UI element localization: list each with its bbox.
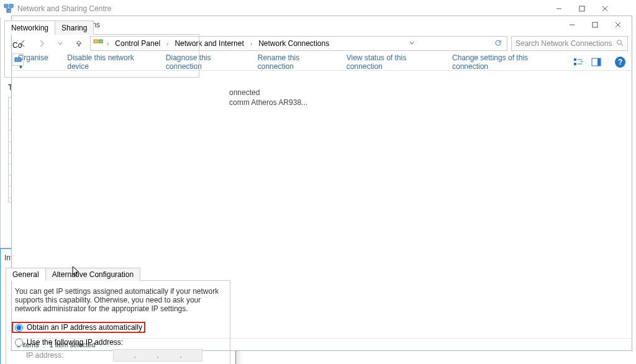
maximize-button[interactable] bbox=[570, 2, 593, 16]
ip-address-field: ... bbox=[113, 349, 202, 362]
connect-using-fragment: Co bbox=[12, 41, 22, 50]
preview-pane-button[interactable] bbox=[591, 57, 601, 68]
svg-rect-3 bbox=[579, 6, 584, 11]
svg-rect-11 bbox=[574, 63, 576, 65]
use-following-ip-option[interactable]: Use the following IP address: bbox=[15, 338, 221, 347]
view-options-button[interactable] bbox=[573, 57, 583, 68]
maximize-button[interactable] bbox=[583, 18, 606, 32]
svg-rect-16 bbox=[15, 58, 21, 61]
refresh-icon[interactable] bbox=[492, 39, 504, 48]
network-icon bbox=[4, 4, 14, 14]
svg-point-9 bbox=[617, 40, 622, 44]
svg-rect-1 bbox=[9, 4, 13, 7]
tab-general[interactable]: General bbox=[6, 268, 46, 281]
obtain-ip-auto-label: Obtain an IP address automatically bbox=[27, 323, 142, 332]
rename-connection-button[interactable]: Rename this connection bbox=[258, 53, 333, 71]
obtain-ip-auto-option[interactable]: Obtain an IP address automatically bbox=[12, 322, 145, 333]
change-settings-button[interactable]: Change settings of this connection bbox=[452, 53, 559, 71]
chevron-right-icon[interactable]: › bbox=[249, 40, 253, 47]
search-placeholder: Search Network Connections bbox=[516, 39, 612, 48]
svg-rect-0 bbox=[4, 4, 8, 7]
svg-rect-2 bbox=[7, 9, 11, 12]
tab-alternative-config[interactable]: Alternative Configuration bbox=[45, 268, 140, 281]
ip-address-label: IP address: bbox=[26, 351, 113, 360]
svg-rect-13 bbox=[597, 58, 601, 66]
minimize-button[interactable] bbox=[560, 18, 583, 32]
search-icon bbox=[616, 39, 624, 48]
help-button[interactable]: ? bbox=[615, 57, 625, 68]
close-button[interactable] bbox=[593, 2, 616, 16]
svg-rect-6 bbox=[593, 22, 597, 27]
use-following-ip-radio[interactable] bbox=[15, 339, 23, 347]
view-status-button[interactable]: View status of this connection bbox=[347, 53, 438, 71]
dropdown-icon[interactable] bbox=[406, 39, 417, 48]
window-title: Network and Sharing Centre bbox=[17, 4, 111, 13]
adapter-icon-box bbox=[12, 53, 24, 66]
close-button[interactable] bbox=[606, 18, 629, 32]
tab-networking[interactable]: Networking bbox=[4, 20, 55, 35]
intro-text: You can get IP settings assigned automat… bbox=[15, 287, 221, 313]
network-sharing-centre-window: Network and Sharing Centre bbox=[0, 0, 619, 17]
search-input[interactable]: Search Network Connections bbox=[511, 36, 628, 51]
obtain-ip-auto-radio[interactable] bbox=[15, 324, 23, 332]
adapter-partial-text: onnected comm Atheros AR938... bbox=[229, 88, 307, 107]
tab-sharing[interactable]: Sharing bbox=[55, 20, 94, 35]
svg-rect-10 bbox=[574, 58, 576, 61]
crumb-network-connections[interactable]: Network Connections bbox=[256, 39, 332, 48]
minimize-button[interactable] bbox=[547, 2, 570, 16]
use-following-ip-label: Use the following IP address: bbox=[27, 338, 123, 347]
